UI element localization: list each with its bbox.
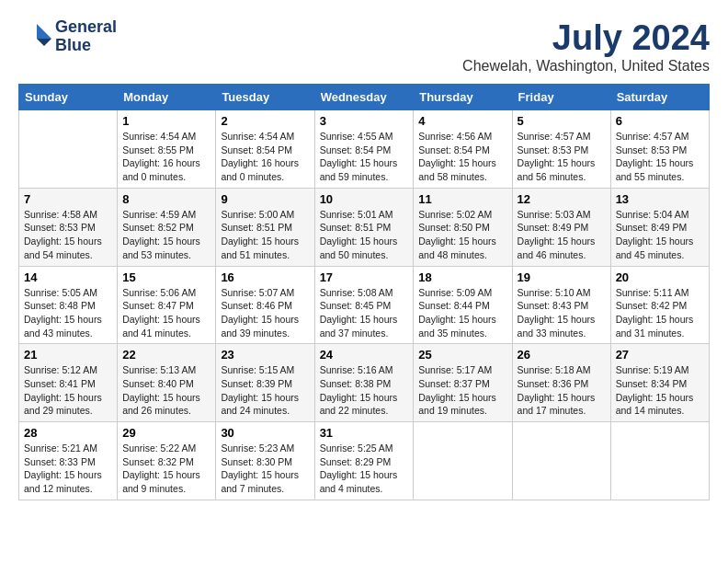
col-sunday: Sunday <box>19 85 118 110</box>
day-number: 31 <box>320 426 409 440</box>
day-detail: Sunrise: 5:09 AMSunset: 8:44 PMDaylight:… <box>418 286 506 340</box>
table-row <box>512 422 610 500</box>
day-detail: Sunrise: 5:06 AMSunset: 8:47 PMDaylight:… <box>122 286 210 340</box>
day-number: 29 <box>122 426 210 440</box>
day-number: 13 <box>616 192 704 206</box>
col-tuesday: Tuesday <box>216 85 314 110</box>
day-detail: Sunrise: 5:03 AMSunset: 8:49 PMDaylight:… <box>518 208 606 262</box>
calendar-week-row: 1Sunrise: 4:54 AMSunset: 8:55 PMDaylight… <box>19 110 710 189</box>
day-number: 9 <box>221 192 309 206</box>
logo-icon <box>18 20 51 53</box>
table-row: 17Sunrise: 5:08 AMSunset: 8:45 PMDayligh… <box>314 266 414 344</box>
day-detail: Sunrise: 5:10 AMSunset: 8:43 PMDaylight:… <box>518 286 606 340</box>
day-number: 17 <box>320 270 409 284</box>
day-detail: Sunrise: 5:05 AMSunset: 8:48 PMDaylight:… <box>24 286 112 340</box>
day-number: 28 <box>24 426 112 440</box>
table-row: 7Sunrise: 4:58 AMSunset: 8:53 PMDaylight… <box>19 188 118 266</box>
day-number: 23 <box>221 348 309 362</box>
calendar-week-row: 28Sunrise: 5:21 AMSunset: 8:33 PMDayligh… <box>19 422 710 500</box>
day-number: 26 <box>518 348 606 362</box>
table-row: 1Sunrise: 4:54 AMSunset: 8:55 PMDaylight… <box>118 110 216 189</box>
day-detail: Sunrise: 5:18 AMSunset: 8:36 PMDaylight:… <box>518 363 606 418</box>
day-number: 20 <box>616 270 704 284</box>
table-row: 8Sunrise: 4:59 AMSunset: 8:52 PMDaylight… <box>118 188 216 266</box>
day-detail: Sunrise: 5:22 AMSunset: 8:32 PMDaylight:… <box>122 442 210 496</box>
table-row: 18Sunrise: 5:09 AMSunset: 8:44 PMDayligh… <box>414 266 512 344</box>
day-detail: Sunrise: 4:59 AMSunset: 8:52 PMDaylight:… <box>122 208 210 262</box>
day-detail: Sunrise: 5:00 AMSunset: 8:51 PMDaylight:… <box>221 208 309 262</box>
table-row: 21Sunrise: 5:12 AMSunset: 8:41 PMDayligh… <box>19 344 118 422</box>
day-number: 7 <box>24 192 112 206</box>
day-detail: Sunrise: 5:21 AMSunset: 8:33 PMDaylight:… <box>24 442 112 496</box>
day-number: 24 <box>320 348 409 362</box>
table-row: 12Sunrise: 5:03 AMSunset: 8:49 PMDayligh… <box>512 188 610 266</box>
col-wednesday: Wednesday <box>314 85 414 110</box>
day-detail: Sunrise: 4:56 AMSunset: 8:54 PMDaylight:… <box>418 130 506 184</box>
day-number: 1 <box>122 114 210 128</box>
day-detail: Sunrise: 5:04 AMSunset: 8:49 PMDaylight:… <box>616 208 704 262</box>
table-row: 25Sunrise: 5:17 AMSunset: 8:37 PMDayligh… <box>414 344 512 422</box>
day-detail: Sunrise: 5:19 AMSunset: 8:34 PMDaylight:… <box>616 363 704 418</box>
table-row: 20Sunrise: 5:11 AMSunset: 8:42 PMDayligh… <box>610 266 709 344</box>
day-detail: Sunrise: 4:54 AMSunset: 8:55 PMDaylight:… <box>122 130 210 184</box>
logo-text: General Blue <box>55 18 117 55</box>
table-row: 4Sunrise: 4:56 AMSunset: 8:54 PMDaylight… <box>414 110 512 189</box>
day-detail: Sunrise: 4:55 AMSunset: 8:54 PMDaylight:… <box>320 130 409 184</box>
calendar-week-row: 21Sunrise: 5:12 AMSunset: 8:41 PMDayligh… <box>19 344 710 422</box>
day-detail: Sunrise: 5:13 AMSunset: 8:40 PMDaylight:… <box>122 363 210 418</box>
table-row: 31Sunrise: 5:25 AMSunset: 8:29 PMDayligh… <box>314 422 414 500</box>
day-number: 12 <box>518 192 606 206</box>
table-row: 10Sunrise: 5:01 AMSunset: 8:51 PMDayligh… <box>314 188 414 266</box>
day-number: 10 <box>320 192 409 206</box>
calendar-table: Sunday Monday Tuesday Wednesday Thursday… <box>18 84 710 500</box>
month-title: July 2024 <box>462 18 710 58</box>
table-row: 11Sunrise: 5:02 AMSunset: 8:50 PMDayligh… <box>414 188 512 266</box>
calendar-week-row: 14Sunrise: 5:05 AMSunset: 8:48 PMDayligh… <box>19 266 710 344</box>
day-number: 16 <box>221 270 309 284</box>
day-number: 19 <box>518 270 606 284</box>
day-number: 4 <box>418 114 506 128</box>
day-number: 3 <box>320 114 409 128</box>
table-row: 3Sunrise: 4:55 AMSunset: 8:54 PMDaylight… <box>314 110 414 189</box>
col-saturday: Saturday <box>610 85 709 110</box>
day-number: 22 <box>122 348 210 362</box>
day-detail: Sunrise: 5:12 AMSunset: 8:41 PMDaylight:… <box>24 363 112 418</box>
table-row: 13Sunrise: 5:04 AMSunset: 8:49 PMDayligh… <box>610 188 709 266</box>
table-row: 2Sunrise: 4:54 AMSunset: 8:54 PMDaylight… <box>216 110 314 189</box>
table-row: 27Sunrise: 5:19 AMSunset: 8:34 PMDayligh… <box>610 344 709 422</box>
calendar-week-row: 7Sunrise: 4:58 AMSunset: 8:53 PMDaylight… <box>19 188 710 266</box>
table-row: 5Sunrise: 4:57 AMSunset: 8:53 PMDaylight… <box>512 110 610 189</box>
table-row: 6Sunrise: 4:57 AMSunset: 8:53 PMDaylight… <box>610 110 709 189</box>
table-row: 14Sunrise: 5:05 AMSunset: 8:48 PMDayligh… <box>19 266 118 344</box>
table-row: 15Sunrise: 5:06 AMSunset: 8:47 PMDayligh… <box>118 266 216 344</box>
col-thursday: Thursday <box>414 85 512 110</box>
day-detail: Sunrise: 5:15 AMSunset: 8:39 PMDaylight:… <box>221 363 309 418</box>
day-detail: Sunrise: 4:54 AMSunset: 8:54 PMDaylight:… <box>221 130 309 184</box>
logo: General Blue <box>18 18 117 55</box>
location-title: Chewelah, Washington, United States <box>462 58 710 75</box>
table-row: 19Sunrise: 5:10 AMSunset: 8:43 PMDayligh… <box>512 266 610 344</box>
table-row: 9Sunrise: 5:00 AMSunset: 8:51 PMDaylight… <box>216 188 314 266</box>
day-number: 11 <box>418 192 506 206</box>
day-number: 6 <box>616 114 704 128</box>
table-row: 23Sunrise: 5:15 AMSunset: 8:39 PMDayligh… <box>216 344 314 422</box>
day-number: 21 <box>24 348 112 362</box>
table-row: 22Sunrise: 5:13 AMSunset: 8:40 PMDayligh… <box>118 344 216 422</box>
svg-marker-1 <box>37 39 51 46</box>
day-detail: Sunrise: 4:58 AMSunset: 8:53 PMDaylight:… <box>24 208 112 262</box>
calendar-header-row: Sunday Monday Tuesday Wednesday Thursday… <box>19 85 710 110</box>
title-block: July 2024 Chewelah, Washington, United S… <box>462 18 710 75</box>
table-row: 29Sunrise: 5:22 AMSunset: 8:32 PMDayligh… <box>118 422 216 500</box>
day-detail: Sunrise: 5:01 AMSunset: 8:51 PMDaylight:… <box>320 208 409 262</box>
day-number: 18 <box>418 270 506 284</box>
day-detail: Sunrise: 4:57 AMSunset: 8:53 PMDaylight:… <box>616 130 704 184</box>
day-number: 25 <box>418 348 506 362</box>
day-detail: Sunrise: 5:07 AMSunset: 8:46 PMDaylight:… <box>221 286 309 340</box>
day-detail: Sunrise: 5:23 AMSunset: 8:30 PMDaylight:… <box>221 442 309 496</box>
col-friday: Friday <box>512 85 610 110</box>
table-row: 16Sunrise: 5:07 AMSunset: 8:46 PMDayligh… <box>216 266 314 344</box>
page-header: General Blue July 2024 Chewelah, Washing… <box>18 18 710 75</box>
day-number: 8 <box>122 192 210 206</box>
table-row <box>19 110 118 189</box>
day-detail: Sunrise: 5:16 AMSunset: 8:38 PMDaylight:… <box>320 363 409 418</box>
